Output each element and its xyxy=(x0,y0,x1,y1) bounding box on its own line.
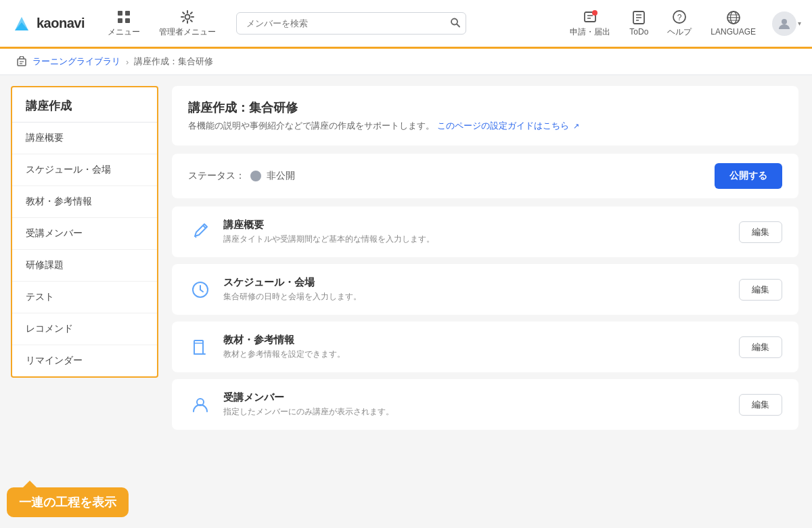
main-layout: 講座作成 講座概要 スケジュール・会場 教材・参考情報 受講メンバー 研修課題 … xyxy=(0,75,812,527)
section-name-overview: 講座概要 xyxy=(223,219,728,232)
section-card-overview: 講座概要 講座タイトルや受講期間など基本的な情報を入力します。 編集 xyxy=(172,206,798,257)
sidebar-item-test[interactable]: テスト xyxy=(12,282,157,313)
breadcrumb-library-link[interactable]: ラーニングライブラリ xyxy=(32,56,120,68)
breadcrumb-separator: › xyxy=(126,57,129,67)
sidebar-wrapper: 講座作成 講座概要 スケジュール・会場 教材・参考情報 受講メンバー 研修課題 … xyxy=(0,75,158,486)
apply-label: 申請・届出 xyxy=(570,26,610,38)
help-label: ヘルプ xyxy=(667,26,692,38)
svg-text:?: ? xyxy=(677,13,682,22)
section-card-members: 受講メンバー 指定したメンバーにのみ講座が表示されます。 編集 xyxy=(172,379,798,430)
section-name-schedule: スケジュール・会場 xyxy=(223,276,728,289)
pencil-icon xyxy=(188,220,212,244)
library-icon xyxy=(16,56,27,67)
section-name-materials: 教材・参考情報 xyxy=(223,334,728,347)
user-avatar-container[interactable]: ▾ xyxy=(767,12,801,36)
external-link-icon: ↗ xyxy=(573,122,579,130)
status-label: ステータス： 非公開 xyxy=(188,170,295,182)
status-bar: ステータス： 非公開 公開する xyxy=(172,154,798,198)
section-info-materials: 教材・参考情報 教材と参考情報を設定できます。 xyxy=(223,334,728,360)
grid-icon xyxy=(116,9,131,24)
sidebar-item-reminder[interactable]: リマインダー xyxy=(12,345,157,376)
header-right: 申請・届出 ToDo ? ヘルプ xyxy=(562,4,801,43)
breadcrumb: ラーニングライブラリ › 講座作成：集合研修 xyxy=(0,49,812,75)
search-icon xyxy=(450,17,461,28)
edit-button-members[interactable]: 編集 xyxy=(739,394,782,416)
user-avatar[interactable] xyxy=(772,12,796,36)
apply-button[interactable]: 申請・届出 xyxy=(562,4,618,43)
sidebar-item-overview[interactable]: 講座概要 xyxy=(12,123,157,154)
logo[interactable]: kaonavi xyxy=(11,13,85,35)
svg-point-24 xyxy=(782,19,787,24)
publish-button[interactable]: 公開する xyxy=(715,163,782,189)
svg-point-12 xyxy=(592,10,597,16)
sidebar-item-members[interactable]: 受講メンバー xyxy=(12,218,157,250)
edit-button-materials[interactable]: 編集 xyxy=(739,336,782,358)
guide-link[interactable]: このページの設定ガイドはこちら ↗ xyxy=(437,120,580,131)
content-subtitle: 各機能の説明や事例紹介などで講座の作成をサポートします。 このページの設定ガイド… xyxy=(188,120,782,132)
svg-point-6 xyxy=(185,14,189,19)
avatar-chevron-icon: ▾ xyxy=(798,20,801,27)
menu-label: メニュー xyxy=(108,26,140,38)
sidebar-item-schedule[interactable]: スケジュール・会場 xyxy=(12,154,157,186)
sidebar-title: 講座作成 xyxy=(12,87,157,123)
todo-label: ToDo xyxy=(629,27,648,37)
svg-line-32 xyxy=(200,290,203,292)
sidebar-tooltip: 一連の工程を表示 xyxy=(7,487,129,517)
svg-rect-4 xyxy=(118,18,122,23)
search-button[interactable] xyxy=(450,17,461,30)
section-name-members: 受講メンバー xyxy=(223,391,728,404)
search-container xyxy=(236,12,466,35)
section-info-overview: 講座概要 講座タイトルや受講期間など基本的な情報を入力します。 xyxy=(223,219,728,245)
svg-rect-5 xyxy=(125,18,130,23)
kaonavi-logo-icon xyxy=(11,13,32,35)
sidebar-item-materials[interactable]: 教材・参考情報 xyxy=(12,186,157,218)
help-icon: ? xyxy=(672,9,687,24)
svg-rect-33 xyxy=(194,340,203,354)
person-icon xyxy=(188,393,212,417)
section-desc-members: 指定したメンバーにのみ講座が表示されます。 xyxy=(223,406,728,418)
status-indicator-icon xyxy=(250,171,261,181)
section-info-schedule: スケジュール・会場 集合研修の日時と会場を入力します。 xyxy=(223,276,728,303)
circle-icon xyxy=(252,173,259,179)
main-content: 講座作成：集合研修 各機能の説明や事例紹介などで講座の作成をサポートします。 こ… xyxy=(158,75,812,527)
avatar-icon xyxy=(777,17,791,30)
sidebar: 講座作成 講座概要 スケジュール・会場 教材・参考情報 受講メンバー 研修課題 … xyxy=(11,86,158,378)
clock-icon xyxy=(188,278,212,302)
svg-point-28 xyxy=(253,173,258,179)
svg-line-8 xyxy=(457,24,459,26)
logo-text: kaonavi xyxy=(37,16,85,31)
todo-icon xyxy=(631,10,646,25)
svg-rect-25 xyxy=(18,59,26,66)
menu-button[interactable]: メニュー xyxy=(98,4,150,43)
sidebar-item-recommend[interactable]: レコメンド xyxy=(12,313,157,345)
svg-rect-2 xyxy=(118,11,122,16)
svg-rect-3 xyxy=(125,11,130,16)
section-card-materials: 教材・参考情報 教材と参考情報を設定できます。 編集 xyxy=(172,322,798,372)
admin-menu-label: 管理者メニュー xyxy=(159,26,216,38)
app-header: kaonavi メニュー 管理者メニュー xyxy=(0,0,812,49)
section-desc-overview: 講座タイトルや受講期間など基本的な情報を入力します。 xyxy=(223,234,728,245)
section-card-schedule: スケジュール・会場 集合研修の日時と会場を入力します。 編集 xyxy=(172,264,798,315)
language-button[interactable]: LANGUAGE xyxy=(702,5,764,42)
section-info-members: 受講メンバー 指定したメンバーにのみ講座が表示されます。 xyxy=(223,391,728,418)
admin-menu-button[interactable]: 管理者メニュー xyxy=(150,4,225,43)
language-label: LANGUAGE xyxy=(710,27,756,37)
section-desc-schedule: 集合研修の日時と会場を入力します。 xyxy=(223,291,728,303)
apply-icon xyxy=(582,9,598,24)
sidebar-item-tasks[interactable]: 研修課題 xyxy=(12,250,157,282)
breadcrumb-current: 講座作成：集合研修 xyxy=(134,56,213,68)
todo-button[interactable]: ToDo xyxy=(621,5,656,42)
content-title: 講座作成：集合研修 xyxy=(188,100,782,116)
search-input[interactable] xyxy=(236,12,466,35)
edit-button-schedule[interactable]: 編集 xyxy=(739,279,782,301)
globe-icon xyxy=(726,10,741,25)
edit-button-overview[interactable]: 編集 xyxy=(739,221,782,243)
title-card: 講座作成：集合研修 各機能の説明や事例紹介などで講座の作成をサポートします。 こ… xyxy=(172,86,798,146)
book-icon xyxy=(188,335,212,359)
section-desc-materials: 教材と参考情報を設定できます。 xyxy=(223,349,728,360)
gear-icon xyxy=(180,9,195,24)
help-button[interactable]: ? ヘルプ xyxy=(659,4,700,43)
